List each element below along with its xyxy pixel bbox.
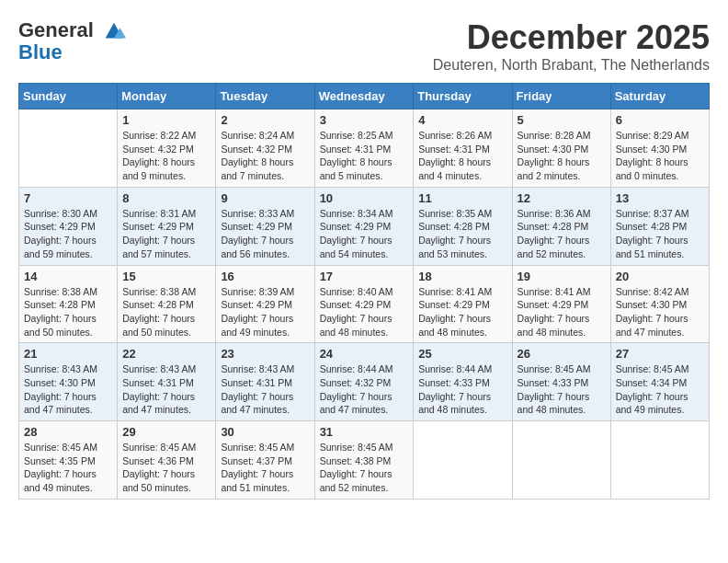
day-number: 24 xyxy=(320,347,409,361)
day-detail: Sunrise: 8:31 AMSunset: 4:29 PMDaylight:… xyxy=(122,208,196,259)
title-block: December 2025 Deuteren, North Brabant, T… xyxy=(433,18,710,74)
day-detail: Sunrise: 8:45 AMSunset: 4:38 PMDaylight:… xyxy=(320,442,393,493)
day-detail: Sunrise: 8:39 AMSunset: 4:29 PMDaylight:… xyxy=(221,286,294,338)
day-cell: 18 Sunrise: 8:41 AMSunset: 4:29 PMDaylig… xyxy=(414,265,512,343)
header-friday: Friday xyxy=(512,84,610,109)
day-cell: 28 Sunrise: 8:45 AMSunset: 4:35 PMDaylig… xyxy=(19,421,118,500)
day-cell xyxy=(414,421,512,500)
day-cell: 10 Sunrise: 8:34 AMSunset: 4:29 PMDaylig… xyxy=(314,187,414,265)
day-cell xyxy=(512,421,610,500)
logo-icon xyxy=(101,18,127,44)
logo-line1: General xyxy=(18,18,94,41)
day-cell: 5 Sunrise: 8:28 AMSunset: 4:30 PMDayligh… xyxy=(512,109,610,188)
week-row-5: 28 Sunrise: 8:45 AMSunset: 4:35 PMDaylig… xyxy=(19,421,710,500)
day-detail: Sunrise: 8:43 AMSunset: 4:31 PMDaylight:… xyxy=(122,363,196,415)
day-cell: 27 Sunrise: 8:45 AMSunset: 4:34 PMDaylig… xyxy=(610,343,709,421)
day-detail: Sunrise: 8:45 AMSunset: 4:36 PMDaylight:… xyxy=(122,442,196,493)
day-number: 27 xyxy=(616,347,704,361)
day-detail: Sunrise: 8:38 AMSunset: 4:28 PMDaylight:… xyxy=(122,286,196,338)
day-cell: 25 Sunrise: 8:44 AMSunset: 4:33 PMDaylig… xyxy=(414,343,512,421)
day-number: 13 xyxy=(616,191,704,205)
day-detail: Sunrise: 8:42 AMSunset: 4:30 PMDaylight:… xyxy=(616,286,689,338)
day-detail: Sunrise: 8:26 AMSunset: 4:31 PMDaylight:… xyxy=(418,130,492,181)
day-cell xyxy=(19,109,118,188)
day-cell: 30 Sunrise: 8:45 AMSunset: 4:37 PMDaylig… xyxy=(216,421,314,500)
day-cell: 26 Sunrise: 8:45 AMSunset: 4:33 PMDaylig… xyxy=(512,343,610,421)
day-detail: Sunrise: 8:25 AMSunset: 4:31 PMDaylight:… xyxy=(320,130,393,181)
week-row-3: 14 Sunrise: 8:38 AMSunset: 4:28 PMDaylig… xyxy=(19,265,710,343)
day-cell: 29 Sunrise: 8:45 AMSunset: 4:36 PMDaylig… xyxy=(118,421,216,500)
header-wednesday: Wednesday xyxy=(314,84,414,109)
day-cell: 31 Sunrise: 8:45 AMSunset: 4:38 PMDaylig… xyxy=(314,421,414,500)
day-detail: Sunrise: 8:45 AMSunset: 4:35 PMDaylight:… xyxy=(24,442,97,493)
day-cell xyxy=(610,421,709,500)
day-cell: 20 Sunrise: 8:42 AMSunset: 4:30 PMDaylig… xyxy=(610,265,709,343)
day-detail: Sunrise: 8:36 AMSunset: 4:28 PMDaylight:… xyxy=(518,208,591,259)
day-number: 9 xyxy=(221,191,309,205)
day-number: 3 xyxy=(320,113,409,127)
day-cell: 13 Sunrise: 8:37 AMSunset: 4:28 PMDaylig… xyxy=(610,187,709,265)
day-number: 11 xyxy=(418,191,506,205)
day-cell: 16 Sunrise: 8:39 AMSunset: 4:29 PMDaylig… xyxy=(216,265,314,343)
day-number: 31 xyxy=(320,425,409,439)
day-detail: Sunrise: 8:44 AMSunset: 4:32 PMDaylight:… xyxy=(320,363,393,415)
day-detail: Sunrise: 8:28 AMSunset: 4:30 PMDaylight:… xyxy=(518,130,591,181)
day-cell: 7 Sunrise: 8:30 AMSunset: 4:29 PMDayligh… xyxy=(19,187,118,265)
week-row-1: 1 Sunrise: 8:22 AMSunset: 4:32 PMDayligh… xyxy=(19,109,710,188)
day-number: 7 xyxy=(24,191,112,205)
day-cell: 14 Sunrise: 8:38 AMSunset: 4:28 PMDaylig… xyxy=(19,265,118,343)
day-detail: Sunrise: 8:41 AMSunset: 4:29 PMDaylight:… xyxy=(418,286,492,338)
day-detail: Sunrise: 8:37 AMSunset: 4:28 PMDaylight:… xyxy=(616,208,689,259)
day-detail: Sunrise: 8:24 AMSunset: 4:32 PMDaylight:… xyxy=(221,130,294,181)
day-detail: Sunrise: 8:38 AMSunset: 4:28 PMDaylight:… xyxy=(24,286,97,338)
day-cell: 6 Sunrise: 8:29 AMSunset: 4:30 PMDayligh… xyxy=(610,109,709,188)
day-cell: 3 Sunrise: 8:25 AMSunset: 4:31 PMDayligh… xyxy=(314,109,414,188)
day-detail: Sunrise: 8:40 AMSunset: 4:29 PMDaylight:… xyxy=(320,286,393,338)
day-number: 30 xyxy=(221,425,309,439)
day-cell: 23 Sunrise: 8:43 AMSunset: 4:31 PMDaylig… xyxy=(216,343,314,421)
day-number: 29 xyxy=(122,425,210,439)
day-detail: Sunrise: 8:35 AMSunset: 4:28 PMDaylight:… xyxy=(418,208,492,259)
day-detail: Sunrise: 8:43 AMSunset: 4:31 PMDaylight:… xyxy=(221,363,294,415)
day-detail: Sunrise: 8:29 AMSunset: 4:30 PMDaylight:… xyxy=(616,130,689,181)
day-number: 18 xyxy=(418,270,506,283)
day-detail: Sunrise: 8:45 AMSunset: 4:34 PMDaylight:… xyxy=(616,363,689,415)
logo: General Blue xyxy=(18,18,127,64)
calendar-table: SundayMondayTuesdayWednesdayThursdayFrid… xyxy=(18,83,710,500)
day-cell: 24 Sunrise: 8:44 AMSunset: 4:32 PMDaylig… xyxy=(314,343,414,421)
day-number: 25 xyxy=(418,347,506,361)
day-number: 20 xyxy=(616,270,704,283)
month-title: December 2025 xyxy=(433,18,710,57)
header-monday: Monday xyxy=(118,84,216,109)
day-detail: Sunrise: 8:33 AMSunset: 4:29 PMDaylight:… xyxy=(221,208,294,259)
day-detail: Sunrise: 8:22 AMSunset: 4:32 PMDaylight:… xyxy=(122,130,196,181)
day-number: 8 xyxy=(122,191,210,205)
header-tuesday: Tuesday xyxy=(216,84,314,109)
day-number: 23 xyxy=(221,347,309,361)
day-cell: 12 Sunrise: 8:36 AMSunset: 4:28 PMDaylig… xyxy=(512,187,610,265)
day-cell: 11 Sunrise: 8:35 AMSunset: 4:28 PMDaylig… xyxy=(414,187,512,265)
day-number: 5 xyxy=(518,113,606,127)
subtitle: Deuteren, North Brabant, The Netherlands xyxy=(433,57,710,74)
day-number: 26 xyxy=(518,347,606,361)
day-cell: 1 Sunrise: 8:22 AMSunset: 4:32 PMDayligh… xyxy=(118,109,216,188)
day-cell: 9 Sunrise: 8:33 AMSunset: 4:29 PMDayligh… xyxy=(216,187,314,265)
day-number: 10 xyxy=(320,191,409,205)
day-cell: 2 Sunrise: 8:24 AMSunset: 4:32 PMDayligh… xyxy=(216,109,314,188)
header-sunday: Sunday xyxy=(19,84,118,109)
day-number: 1 xyxy=(122,113,210,127)
day-number: 17 xyxy=(320,270,409,283)
day-number: 14 xyxy=(24,270,112,283)
day-number: 15 xyxy=(122,270,210,283)
day-number: 19 xyxy=(518,270,606,283)
day-detail: Sunrise: 8:41 AMSunset: 4:29 PMDaylight:… xyxy=(518,286,591,338)
day-number: 4 xyxy=(418,113,506,127)
day-detail: Sunrise: 8:43 AMSunset: 4:30 PMDaylight:… xyxy=(24,363,97,415)
day-number: 6 xyxy=(616,113,704,127)
day-number: 28 xyxy=(24,425,112,439)
day-detail: Sunrise: 8:44 AMSunset: 4:33 PMDaylight:… xyxy=(418,363,492,415)
day-cell: 4 Sunrise: 8:26 AMSunset: 4:31 PMDayligh… xyxy=(414,109,512,188)
header-saturday: Saturday xyxy=(610,84,709,109)
header-row: SundayMondayTuesdayWednesdayThursdayFrid… xyxy=(19,84,710,109)
day-cell: 17 Sunrise: 8:40 AMSunset: 4:29 PMDaylig… xyxy=(314,265,414,343)
